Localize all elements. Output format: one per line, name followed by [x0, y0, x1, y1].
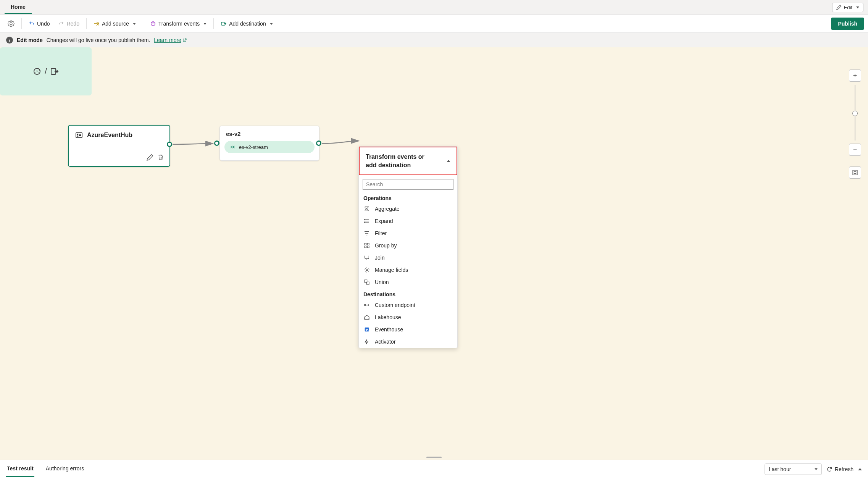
transform-events-label: Transform events: [158, 21, 200, 27]
settings-button[interactable]: [4, 18, 18, 29]
svg-rect-21: [853, 170, 857, 175]
node-source-title: AzureEventHub: [87, 132, 132, 139]
redo-button[interactable]: Redo: [54, 18, 83, 29]
toolbar-left: Undo Redo Add source Transform events: [4, 18, 282, 29]
chevron-up-icon[interactable]: [858, 468, 862, 470]
svg-point-10: [364, 222, 365, 223]
port-stream-out[interactable]: [316, 140, 321, 146]
dropdown-search-wrap: [363, 179, 453, 190]
op-join[interactable]: Join: [359, 252, 457, 264]
publish-button[interactable]: Publish: [831, 18, 864, 30]
zoom-in-button[interactable]: +: [849, 69, 861, 82]
dropdown-header[interactable]: Transform events or add destination: [359, 147, 457, 175]
svg-rect-12: [367, 243, 369, 245]
add-source-label: Add source: [102, 21, 129, 27]
op-expand[interactable]: Expand: [359, 215, 457, 227]
learn-more-link[interactable]: Learn more: [154, 37, 187, 43]
pencil-icon: [147, 154, 153, 161]
tabs-left: Home: [5, 1, 32, 14]
edit-mode-message: Changes will go live once you publish th…: [47, 37, 150, 43]
dest-custom[interactable]: Custom endpoint: [359, 299, 457, 311]
op-union[interactable]: Union: [359, 276, 457, 288]
expand-icon: [364, 218, 370, 224]
canvas-inner: AzureEventHub es-v2 es-v2-stream: [0, 47, 868, 460]
toolbar-separator: [21, 18, 22, 29]
zoom-slider-track[interactable]: [855, 85, 855, 140]
endpoint-icon: [364, 302, 370, 308]
undo-label: Undo: [37, 21, 50, 27]
op-join-label: Join: [375, 255, 385, 261]
svg-point-8: [364, 219, 365, 220]
svg-rect-4: [77, 136, 79, 137]
svg-rect-22: [854, 171, 856, 173]
op-managefields[interactable]: Manage fields: [359, 264, 457, 276]
svg-rect-13: [365, 246, 366, 248]
external-link-icon: [182, 38, 187, 42]
node-placeholder[interactable]: /: [0, 47, 92, 95]
zoom-fit-button[interactable]: [849, 166, 861, 179]
top-tabs: Home Edit: [0, 0, 868, 15]
chevron-down-icon: [133, 23, 136, 25]
node-stream-title: es-v2: [220, 126, 319, 139]
zoom-slider-thumb[interactable]: [852, 111, 858, 116]
bottom-tabs: Test result Authoring errors: [6, 461, 85, 477]
canvas[interactable]: AzureEventHub es-v2 es-v2-stream: [0, 47, 868, 460]
toolbar: Undo Redo Add source Transform events: [0, 15, 868, 33]
op-aggregate[interactable]: Aggregate: [359, 203, 457, 215]
op-groupby[interactable]: Group by: [359, 239, 457, 252]
undo-button[interactable]: Undo: [25, 18, 53, 29]
dest-lakehouse[interactable]: Lakehouse: [359, 311, 457, 323]
time-range-select[interactable]: Last hour: [765, 463, 822, 475]
edit-dropdown-button[interactable]: Edit: [832, 3, 863, 12]
chevron-down-icon: [856, 6, 859, 8]
node-source-header: AzureEventHub: [69, 126, 169, 142]
transform-icon: [32, 67, 42, 76]
undo-icon: [29, 21, 35, 27]
activator-icon: [364, 339, 370, 345]
port-source-out[interactable]: [167, 142, 172, 147]
svg-point-18: [364, 304, 366, 306]
tab-test-result[interactable]: Test result: [6, 461, 34, 477]
dropdown-search-input[interactable]: [363, 179, 453, 190]
svg-point-15: [366, 269, 368, 271]
join-icon: [364, 255, 370, 261]
tab-authoring-errors[interactable]: Authoring errors: [45, 461, 85, 477]
svg-point-9: [364, 221, 365, 221]
port-stream-in[interactable]: [214, 140, 219, 146]
dest-activator[interactable]: Activator: [359, 336, 457, 348]
dest-eventhouse[interactable]: Eventhouse: [359, 323, 457, 336]
op-expand-label: Expand: [375, 218, 393, 224]
svg-point-0: [151, 22, 155, 26]
svg-rect-5: [79, 134, 81, 136]
redo-icon: [58, 21, 64, 27]
filter-icon: [364, 230, 370, 236]
op-filter[interactable]: Filter: [359, 227, 457, 239]
dropdown-title: Transform events or add destination: [366, 153, 434, 169]
stream-icon: [230, 144, 236, 150]
dest-eventhouse-label: Eventhouse: [375, 326, 403, 333]
delete-node-button[interactable]: [157, 154, 164, 161]
info-icon: i: [6, 37, 13, 44]
node-source-actions: [147, 154, 164, 161]
eventhub-icon: [75, 131, 83, 139]
edit-node-button[interactable]: [147, 154, 153, 161]
tab-home[interactable]: Home: [5, 1, 32, 14]
union-icon: [364, 279, 370, 285]
refresh-button[interactable]: Refresh: [826, 466, 853, 472]
node-source[interactable]: AzureEventHub: [68, 125, 170, 167]
zoom-controls: + −: [849, 69, 861, 179]
zoom-out-button[interactable]: −: [849, 144, 861, 156]
add-destination-button[interactable]: Add destination: [217, 18, 277, 29]
trash-icon: [157, 154, 164, 161]
toolbar-separator: [143, 18, 143, 29]
chevron-down-icon: [270, 23, 273, 25]
source-icon: [94, 21, 100, 27]
panel-drag-handle[interactable]: [426, 457, 442, 458]
dest-activator-label: Activator: [375, 339, 395, 345]
node-stream[interactable]: es-v2 es-v2-stream: [219, 126, 319, 161]
slash-separator: /: [45, 66, 47, 76]
add-source-button[interactable]: Add source: [90, 18, 140, 29]
app-root: Home Edit Undo Redo Add sou: [0, 0, 868, 478]
gear-icon: [8, 20, 15, 27]
transform-events-button[interactable]: Transform events: [146, 18, 210, 29]
